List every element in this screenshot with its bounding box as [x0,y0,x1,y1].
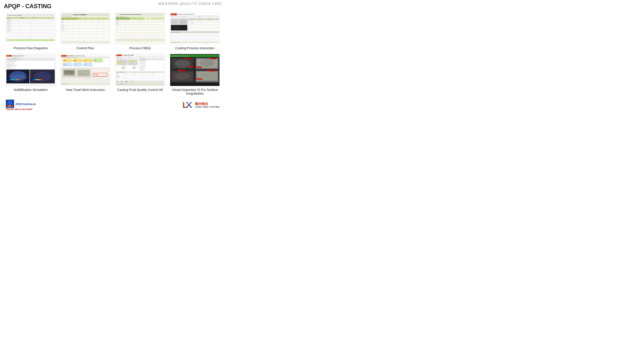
svg-text:Inspection Requirements: Inspection Requirements [140,59,146,60]
svg-text:Characteristics: Characteristics [20,17,25,18]
rar-filename[interactable]: APQP-Casting.rar [16,102,36,105]
thumbnail-cp[interactable]: CONTROL PLAN 控制计划 Part Name: Casting Rev… [60,12,110,44]
svg-text:[Part 2]: [Part 2] [130,62,132,63]
svg-point-348 [176,60,189,67]
svg-text:Aging Oven: Aging Oven [84,64,87,65]
svg-text:Part: Casting Component   Mate: Part: Casting Component Material: AlSi9C… [7,59,22,59]
svg-rect-265 [78,70,90,76]
svg-text:Inspection: Inspection [116,25,118,25]
svg-text:Control: Control [92,18,94,19]
svg-rect-57 [61,23,109,24]
svg-text:Hold: Hold [127,82,128,82]
svg-text:Date:: Date: [152,57,154,57]
svg-text:DC TOOL: DC TOOL [7,56,10,56]
grid-item-cfq: DC TOOL JOB ELEMENT SHEET 作业要素 Std Time:… [113,53,168,98]
thumbnail-pfd[interactable]: Process Flow Diagram 过程流程图 Operations Ch… [6,12,56,44]
svg-rect-62 [61,31,109,32]
svg-rect-67 [61,38,109,40]
svg-text:VERIFIED: VERIFIED [95,75,98,76]
thumbnail-ss[interactable]: DC TOOL Solidification Simulation Result… [6,54,56,86]
svg-text:Sampling Inspection / 抽样检验: Sampling Inspection / 抽样检验 [116,72,124,72]
svg-rect-210 [7,79,9,80]
svg-text:Melt: Melt [191,21,192,21]
svg-point-364 [175,73,190,79]
svg-rect-10 [7,20,54,22]
svg-rect-61 [61,29,109,31]
svg-text:Quench Tank: Quench Tank [74,64,77,65]
svg-text:Operation: Final Inspect: Operation: Final Inspect [140,58,145,58]
svg-rect-211 [9,79,11,80]
svg-rect-150 [171,19,179,24]
svg-rect-96 [148,17,152,20]
thumbnail-ht[interactable]: DC TOOL 热处理作业指导 Heat Treatment Work Inst… [60,54,110,86]
svg-rect-107 [116,20,164,21]
svg-rect-99 [160,17,164,20]
svg-text:Current: Current [134,18,136,19]
svg-text:Spec: Spec [85,18,87,19]
svg-text:Solidification Simulation Resu: Solidification Simulation Result [12,55,24,56]
label-pfd: Process Flow Diagrams [14,46,48,50]
svg-text:Inspection: Inspection [62,30,64,30]
svg-rect-118 [116,35,164,36]
thumbnail-vi[interactable]: CASTING VISUAL INSPECTION - SURFACE IRRE… [170,54,220,86]
svg-text:4. Injection Speed: 2.5-3.5 m/: 4. Injection Speed: 2.5-3.5 m/s [7,64,14,65]
svg-text:Casting Process Instruction 铸 : Casting Process Instruction 铸 造 工 艺 卡 [178,14,194,15]
grid-item-ht: DC TOOL 热处理作业指导 Heat Treatment Work Inst… [58,53,113,98]
svg-text:Surface: Surface [210,58,212,59]
grid-item-vi: CASTING VISUAL INSPECTION - SURFACE IRRE… [168,53,222,98]
svg-text:Material:: Material: [198,16,200,17]
rar-icon[interactable]: RAR [6,100,14,108]
svg-text:[Part]: [Part] [173,22,175,22]
svg-text:20: 20 [188,22,189,23]
svg-text:RPN: RPN [139,18,140,19]
svg-rect-66 [61,37,109,38]
brand-english: LONG XING CASTING [195,106,220,108]
svg-text:Characteristic: Characteristic [79,18,83,19]
svg-text:Porosity: Porosity [185,58,187,59]
svg-text:3. Dimensions per drawing: 3. Dimensions per drawing [140,63,145,64]
thumbnail-fmea[interactable]: Potential Failure Mode and Effects Analy… [115,12,165,44]
svg-rect-15 [7,29,54,31]
svg-text:Doc No:: Doc No: [128,57,130,57]
svg-text:Controls: Controls [32,17,36,18]
svg-text:机加工/Machining: 机加工/Machining [7,26,12,27]
svg-text:Record: Record [152,73,154,74]
svg-rect-223 [37,79,39,80]
rar-icon-area: RAR APQP-Casting.rar [6,100,36,108]
svg-text:去毛刺/Deburring: 去毛刺/Deburring [7,23,12,23]
svg-text:2. Processing Temperature: 680: 2. Processing Temperature: 680-700°C [7,61,16,62]
label-cp: Control Plan [76,46,94,50]
svg-text:Die Cast: Die Cast [191,22,193,23]
thumbnail-cfq[interactable]: DC TOOL JOB ELEMENT SHEET 作业要素 Std Time:… [115,54,165,86]
svg-text:DC TOOL: DC TOOL [62,56,64,56]
svg-text:450-480°C: 450-480°C [64,61,66,61]
svg-rect-115 [116,31,164,32]
svg-text:Quench: Quench [74,60,76,60]
svg-rect-171 [188,29,219,30]
svg-rect-114 [116,30,164,31]
svg-text:Cleaning: Cleaning [62,28,64,29]
svg-text:Part Name: Casting   Rev: A   : Part Name: Casting Rev: A Date: 2023 [62,16,72,17]
svg-text:CASTING VISUAL INSPECTION - SU: CASTING VISUAL INSPECTION - SURFACE IRRE… [171,56,189,56]
svg-text:Part Name:   Rev:   Date:   FM: Part Name: Rev: Date: FMEA Number: [116,16,126,17]
svg-text:Furnace 1: Furnace 1 [64,64,66,65]
svg-text:Rev: B   Date: 2023   Approved: Rev: B Date: 2023 Approved: Prepared: [116,84,126,85]
svg-text:1. Processing Temperature: 650: 1. Processing Temperature: 650-680°C [7,60,16,60]
svg-text:Sample: Sample [98,18,100,19]
svg-rect-5 [32,17,54,19]
svg-text:Std Time:: Std Time: [116,57,118,57]
svg-text:清洗/Cleaning: 清洗/Cleaning [7,28,11,29]
grid-item-cp: CONTROL PLAN 控制计划 Part Name: Casting Rev… [58,11,113,53]
svg-rect-97 [152,17,156,20]
svg-text:DC TOOL: DC TOOL [171,14,174,15]
thumbnail-cpi[interactable]: DC TOOL Casting Process Instruction 铸 造 … [170,12,220,44]
svg-text:2. No visible porosity > 2mm: 2. No visible porosity > 2mm [140,62,146,63]
svg-rect-14 [7,27,54,29]
svg-rect-19 [7,36,54,37]
grid-row2: DC TOOL Solidification Simulation Result… [0,53,226,98]
svg-text:Air cool: Air cool [95,61,96,61]
svg-text:Cool: Cool [95,60,96,60]
brand-header: WESTERN QUALITY SINCE 1992 [158,1,222,6]
grid-item-ss: DC TOOL Solidification Simulation Result… [3,53,58,98]
svg-text:Sample: Sample [134,73,136,74]
